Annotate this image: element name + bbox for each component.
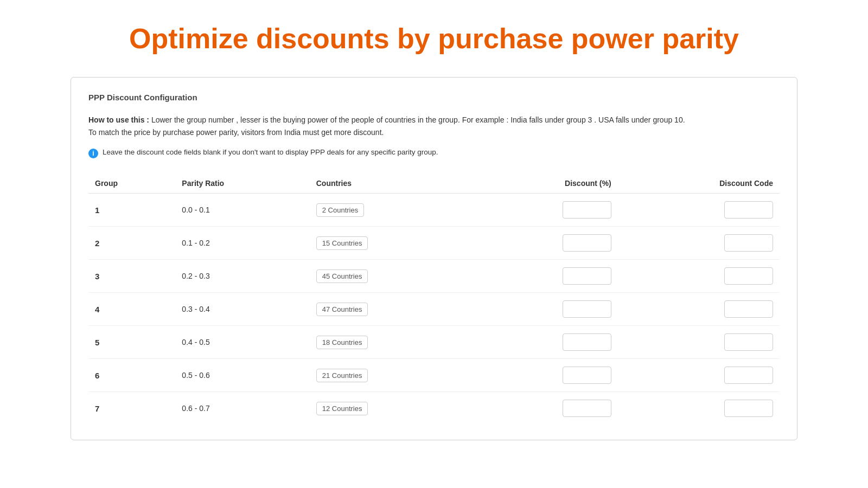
cell-discount-code-2 bbox=[618, 227, 780, 260]
cell-discount-pct-3 bbox=[468, 260, 618, 293]
countries-badge-3[interactable]: 45 Countries bbox=[316, 269, 368, 283]
cell-countries-2: 15 Countries bbox=[310, 227, 468, 260]
table-row: 6 0.5 - 0.6 21 Countries bbox=[88, 359, 780, 392]
table-row: 4 0.3 - 0.4 47 Countries bbox=[88, 293, 780, 326]
cell-discount-pct-2 bbox=[468, 227, 618, 260]
cell-discount-pct-5 bbox=[468, 326, 618, 359]
table-header-row: Group Parity Ratio Countries Discount (%… bbox=[88, 174, 780, 194]
col-header-parity-ratio: Parity Ratio bbox=[175, 174, 309, 194]
cell-parity-ratio-2: 0.1 - 0.2 bbox=[175, 227, 309, 260]
panel-title: PPP Discount Configuration bbox=[88, 93, 780, 102]
group-number-6: 6 bbox=[95, 371, 99, 380]
info-note: i Leave the discount code fields blank i… bbox=[88, 148, 780, 158]
cell-countries-7: 12 Countries bbox=[310, 392, 468, 425]
table-row: 2 0.1 - 0.2 15 Countries bbox=[88, 227, 780, 260]
description-text: How to use this : Lower the group number… bbox=[88, 114, 780, 138]
countries-badge-5[interactable]: 18 Countries bbox=[316, 336, 368, 349]
cell-discount-code-1 bbox=[618, 194, 780, 227]
cell-discount-pct-6 bbox=[468, 359, 618, 392]
cell-group-7: 7 bbox=[88, 392, 175, 425]
cell-discount-pct-4 bbox=[468, 293, 618, 326]
discount-pct-input-2[interactable] bbox=[563, 234, 611, 252]
cell-group-1: 1 bbox=[88, 194, 175, 227]
col-header-countries: Countries bbox=[310, 174, 468, 194]
countries-badge-2[interactable]: 15 Countries bbox=[316, 236, 368, 250]
col-header-discount-pct: Discount (%) bbox=[468, 174, 618, 194]
discount-pct-input-6[interactable] bbox=[563, 367, 611, 384]
cell-countries-1: 2 Countries bbox=[310, 194, 468, 227]
description-line2: To match the price by purchase power par… bbox=[88, 128, 384, 137]
cell-discount-code-4 bbox=[618, 293, 780, 326]
discount-code-input-5[interactable] bbox=[724, 333, 773, 351]
group-number-5: 5 bbox=[95, 338, 99, 347]
discount-code-input-7[interactable] bbox=[724, 400, 773, 417]
cell-parity-ratio-5: 0.4 - 0.5 bbox=[175, 326, 309, 359]
group-number-2: 2 bbox=[95, 239, 99, 248]
col-header-group: Group bbox=[88, 174, 175, 194]
cell-discount-code-7 bbox=[618, 392, 780, 425]
countries-badge-6[interactable]: 21 Countries bbox=[316, 369, 368, 382]
discount-code-input-1[interactable] bbox=[724, 201, 773, 219]
cell-countries-6: 21 Countries bbox=[310, 359, 468, 392]
discount-code-input-2[interactable] bbox=[724, 234, 773, 252]
table-row: 3 0.2 - 0.3 45 Countries bbox=[88, 260, 780, 293]
discount-pct-input-4[interactable] bbox=[563, 300, 611, 318]
group-number-4: 4 bbox=[95, 305, 99, 314]
cell-group-5: 5 bbox=[88, 326, 175, 359]
discount-code-input-4[interactable] bbox=[724, 300, 773, 318]
group-number-7: 7 bbox=[95, 404, 99, 413]
info-note-text: Leave the discount code fields blank if … bbox=[103, 148, 438, 156]
group-number-3: 3 bbox=[95, 272, 99, 281]
countries-badge-7[interactable]: 12 Countries bbox=[316, 402, 368, 415]
cell-parity-ratio-1: 0.0 - 0.1 bbox=[175, 194, 309, 227]
cell-group-3: 3 bbox=[88, 260, 175, 293]
discount-code-input-3[interactable] bbox=[724, 267, 773, 285]
countries-badge-1[interactable]: 2 Countries bbox=[316, 203, 364, 217]
discount-pct-input-3[interactable] bbox=[563, 267, 611, 285]
cell-countries-4: 47 Countries bbox=[310, 293, 468, 326]
cell-discount-code-3 bbox=[618, 260, 780, 293]
config-panel: PPP Discount Configuration How to use th… bbox=[71, 77, 797, 440]
cell-parity-ratio-4: 0.3 - 0.4 bbox=[175, 293, 309, 326]
cell-discount-pct-7 bbox=[468, 392, 618, 425]
cell-parity-ratio-3: 0.2 - 0.3 bbox=[175, 260, 309, 293]
cell-parity-ratio-7: 0.6 - 0.7 bbox=[175, 392, 309, 425]
table-row: 5 0.4 - 0.5 18 Countries bbox=[88, 326, 780, 359]
cell-countries-5: 18 Countries bbox=[310, 326, 468, 359]
config-table: Group Parity Ratio Countries Discount (%… bbox=[88, 174, 780, 425]
col-header-discount-code: Discount Code bbox=[618, 174, 780, 194]
page-title: Optimize discounts by purchase power par… bbox=[129, 22, 739, 55]
countries-badge-4[interactable]: 47 Countries bbox=[316, 303, 368, 316]
cell-parity-ratio-6: 0.5 - 0.6 bbox=[175, 359, 309, 392]
group-number-1: 1 bbox=[95, 206, 99, 215]
cell-group-2: 2 bbox=[88, 227, 175, 260]
discount-code-input-6[interactable] bbox=[724, 367, 773, 384]
cell-discount-code-6 bbox=[618, 359, 780, 392]
table-row: 7 0.6 - 0.7 12 Countries bbox=[88, 392, 780, 425]
description-bold: How to use this : bbox=[88, 115, 149, 124]
cell-countries-3: 45 Countries bbox=[310, 260, 468, 293]
discount-pct-input-7[interactable] bbox=[563, 400, 611, 417]
info-icon: i bbox=[88, 149, 98, 158]
table-row: 1 0.0 - 0.1 2 Countries bbox=[88, 194, 780, 227]
cell-group-4: 4 bbox=[88, 293, 175, 326]
discount-pct-input-1[interactable] bbox=[563, 201, 611, 219]
cell-discount-pct-1 bbox=[468, 194, 618, 227]
cell-discount-code-5 bbox=[618, 326, 780, 359]
cell-group-6: 6 bbox=[88, 359, 175, 392]
discount-pct-input-5[interactable] bbox=[563, 333, 611, 351]
description-body: Lower the group number , lesser is the b… bbox=[151, 115, 685, 124]
